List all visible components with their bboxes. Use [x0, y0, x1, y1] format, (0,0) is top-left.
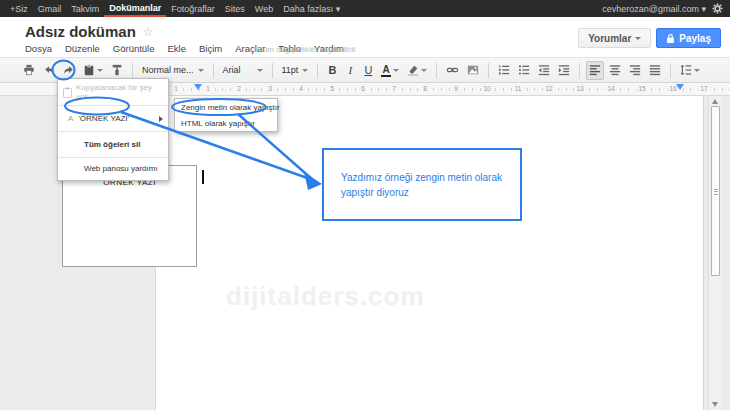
- ruler-number: 8: [421, 85, 429, 92]
- menu-ekle[interactable]: Ekle: [168, 43, 186, 54]
- google-topbar: +Siz Gmail Takvim Dokümanlar Fotoğraflar…: [0, 0, 730, 17]
- annotation-callout: Yazdımız örneği zengin metin olarak yapı…: [322, 148, 522, 221]
- star-icon[interactable]: ☆: [143, 26, 154, 38]
- print-button[interactable]: [20, 61, 38, 80]
- insert-link-button[interactable]: [443, 61, 462, 80]
- ruler-number: 9: [452, 85, 460, 92]
- ruler-number: 14: [605, 85, 616, 92]
- toolbar-separator: [213, 63, 214, 78]
- redo-button[interactable]: [60, 61, 78, 80]
- google-docs-window: +Siz Gmail Takvim Dokümanlar Fotoğraflar…: [0, 0, 730, 410]
- ruler-number: 10: [481, 85, 492, 92]
- highlight-icon: [407, 64, 419, 76]
- save-status: Tüm değişiklikler kaydedildi: [258, 45, 355, 54]
- topbar-link-fotograflar[interactable]: Fotoğraflar: [166, 0, 220, 17]
- menu-item-paste-html[interactable]: HTML olarak yapıştır: [175, 115, 277, 131]
- outdent-button[interactable]: [535, 61, 553, 80]
- indent-icon: [558, 64, 570, 76]
- chevron-down-icon: [198, 69, 204, 72]
- chevron-down-icon: [393, 69, 399, 72]
- justify-icon: [649, 64, 661, 76]
- font-dropdown[interactable]: Arial: [220, 61, 266, 80]
- underline-button[interactable]: U: [360, 61, 376, 80]
- line-spacing-icon: [680, 64, 692, 76]
- scroll-down-arrow-icon[interactable]: [712, 402, 718, 407]
- menu-bicim[interactable]: Biçim: [199, 43, 222, 54]
- numbered-list-button[interactable]: [495, 61, 513, 80]
- toolbar-separator: [488, 63, 489, 78]
- ruler-number: 17: [698, 85, 709, 92]
- scrollbar-thumb[interactable]: [711, 106, 720, 276]
- paint-format-button[interactable]: [108, 61, 126, 80]
- topbar-link-web[interactable]: Web: [250, 0, 278, 17]
- text-cursor: [202, 170, 204, 184]
- bulleted-list-button[interactable]: [515, 61, 533, 80]
- menu-item-delete-all[interactable]: Tüm öğeleri sil: [58, 132, 168, 157]
- text-color-button[interactable]: A: [378, 61, 401, 80]
- highlight-color-button[interactable]: [404, 61, 430, 80]
- italic-button[interactable]: I: [342, 61, 358, 80]
- ruler-number: 4: [297, 85, 305, 92]
- topbar-link-dokumanlar[interactable]: Dokümanlar: [104, 0, 166, 17]
- lock-icon: [666, 33, 675, 44]
- align-left-icon: [589, 64, 601, 76]
- menu-dosya[interactable]: Dosya: [25, 43, 52, 54]
- undo-button[interactable]: [40, 61, 58, 80]
- ruler-number: 3: [266, 85, 274, 92]
- scroll-up-arrow-icon[interactable]: [712, 99, 718, 104]
- topbar-link-gmail[interactable]: Gmail: [33, 0, 67, 17]
- right-indent-marker[interactable]: [676, 84, 684, 90]
- web-clipboard-button[interactable]: [80, 61, 106, 80]
- ruler-number: 12: [543, 85, 554, 92]
- link-icon: [446, 64, 459, 76]
- topbar-link-takvim[interactable]: Takvim: [66, 0, 104, 17]
- insert-image-icon: [467, 64, 479, 76]
- menu-duzenle[interactable]: Düzenle: [65, 43, 100, 54]
- document-page[interactable]: dijitalders.com: [155, 96, 704, 410]
- scrollbar-grip: [714, 189, 718, 195]
- submenu-arrow-icon: [159, 116, 163, 122]
- bold-button[interactable]: B: [324, 61, 340, 80]
- menu-item-clipboard-entry[interactable]: A 'ÖRNEK YAZI': [58, 106, 168, 131]
- insert-image-button[interactable]: [464, 61, 482, 80]
- menu-item-clipboard-help[interactable]: Web panosu yardımı: [58, 158, 168, 180]
- web-clipboard-icon: [83, 64, 95, 76]
- ruler-number: 2: [235, 85, 243, 92]
- comments-button-label: Yorumlar: [588, 33, 631, 44]
- print-icon: [23, 64, 35, 76]
- align-right-icon: [629, 64, 641, 76]
- justify-button[interactable]: [646, 61, 664, 80]
- title-row: Adsız doküman ☆: [25, 23, 154, 40]
- font-size-dropdown[interactable]: 11pt: [279, 61, 312, 80]
- redo-icon: [63, 64, 75, 76]
- outdent-icon: [538, 64, 550, 76]
- ruler-number: 6: [359, 85, 367, 92]
- ruler-number: 15: [636, 85, 647, 92]
- align-right-button[interactable]: [626, 61, 644, 80]
- numbered-list-icon: [498, 64, 510, 76]
- vertical-scrollbar[interactable]: [708, 96, 721, 410]
- line-spacing-button[interactable]: [677, 61, 703, 80]
- topbar-link-sites[interactable]: Sites: [220, 0, 250, 17]
- align-center-button[interactable]: [606, 61, 624, 80]
- toolbar-separator: [436, 63, 437, 78]
- account-menu[interactable]: cevherozan@gmail.com ▾: [602, 4, 706, 14]
- comments-button[interactable]: Yorumlar: [578, 28, 651, 48]
- toolbar-separator: [132, 63, 133, 78]
- chevron-down-icon: [421, 69, 427, 72]
- menu-goruntule[interactable]: Görüntüle: [113, 43, 155, 54]
- ruler-number: 1: [172, 85, 180, 92]
- menu-item-paste-rich-text[interactable]: Zengin metin olarak yapıştır: [175, 99, 277, 115]
- paragraph-style-dropdown[interactable]: Normal me...: [139, 61, 207, 80]
- topbar-link-siz[interactable]: +Siz: [5, 0, 33, 17]
- text-item-icon: A: [68, 114, 73, 123]
- left-indent-marker[interactable]: [194, 84, 202, 90]
- topbar-link-daha-fazlasi[interactable]: Daha fazlası ▾: [278, 0, 345, 17]
- bulleted-list-icon: [518, 64, 530, 76]
- document-title[interactable]: Adsız doküman: [25, 23, 136, 40]
- gear-icon[interactable]: [712, 3, 723, 14]
- share-button[interactable]: Paylaş: [656, 28, 721, 48]
- indent-button[interactable]: [555, 61, 573, 80]
- share-button-label: Paylaş: [679, 33, 711, 44]
- align-left-button[interactable]: [586, 61, 604, 80]
